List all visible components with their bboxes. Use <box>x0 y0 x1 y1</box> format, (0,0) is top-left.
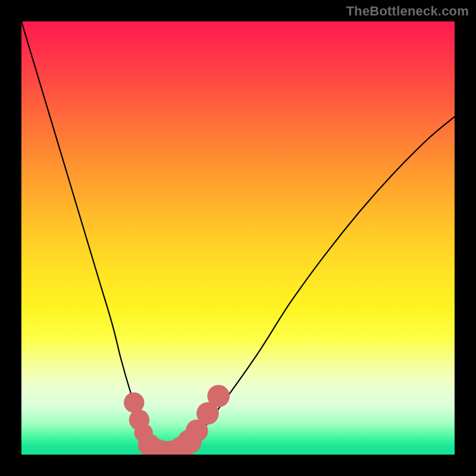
watermark-text: TheBottleneck.com <box>346 4 469 19</box>
plot-area <box>21 21 455 455</box>
chart-frame: TheBottleneck.com <box>0 0 476 476</box>
highlight-markers <box>124 385 230 455</box>
bottleneck-curve <box>21 21 455 455</box>
chart-svg <box>21 21 455 455</box>
marker-dot <box>124 392 144 412</box>
marker-dot <box>207 385 230 408</box>
